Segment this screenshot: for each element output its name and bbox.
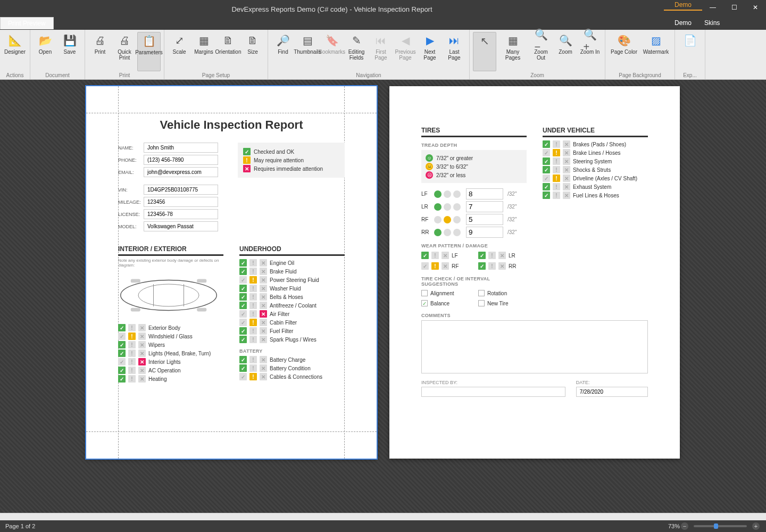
quick-print-icon: 🖨 — [118, 34, 131, 47]
scale-icon: ⤢ — [173, 34, 186, 47]
first-page-icon: ⏮ — [374, 34, 387, 47]
zoom-in-icon: 🔍+ — [584, 34, 596, 47]
previous-page-icon: ◀ — [399, 34, 412, 47]
nav-tab-demo[interactable]: Demo — [675, 19, 692, 27]
thumbnails-button[interactable]: ▤Thumbnails — [296, 32, 319, 71]
minimize-button[interactable]: — — [702, 0, 723, 15]
bookmarks-icon: 🔖 — [326, 34, 338, 47]
many-pages-button[interactable]: ▦Many Pages — [497, 32, 528, 71]
zoom-out-icon: 🔍− — [535, 34, 547, 47]
ribbon: 📐DesignerActions📂Open💾SaveDocument🖨Print… — [0, 30, 766, 80]
zoom-out-button[interactable]: 🔍−Zoom Out — [529, 32, 553, 71]
next-page-icon: ▶ — [423, 34, 436, 47]
first-page-button: ⏮First Page — [369, 32, 393, 71]
size-button[interactable]: 🗎Size — [241, 32, 264, 71]
zoom-icon: 🔍 — [559, 34, 572, 47]
parameters-button[interactable]: 📋Parameters — [137, 32, 161, 71]
thumbnails-icon: ▤ — [301, 34, 314, 47]
orientation-icon: 🗎 — [222, 34, 235, 47]
demo-tab[interactable]: Demo — [664, 0, 702, 11]
designer-icon: 📐 — [9, 34, 21, 47]
export-button[interactable]: 📄 — [678, 32, 702, 71]
many-pages-icon: ▦ — [506, 34, 519, 47]
last-page-icon: ⏭ — [448, 34, 461, 47]
find-icon: 🔎 — [277, 34, 289, 47]
zoom-button[interactable]: 🔍Zoom — [554, 32, 577, 71]
window-title: DevExpress Reports Demo (C# code) - Vehi… — [231, 5, 432, 13]
next-page-button[interactable]: ▶Next Page — [418, 32, 442, 71]
maximize-button[interactable]: ☐ — [723, 0, 745, 15]
print-button[interactable]: 🖨Print — [88, 32, 112, 71]
scale-button[interactable]: ⤢Scale — [168, 32, 191, 71]
tab-print-preview[interactable]: Print Preview — [0, 17, 54, 29]
nav-tab-skins[interactable]: Skins — [704, 19, 720, 27]
editing-fields-icon: ✎ — [350, 34, 363, 47]
margins-icon: ▦ — [197, 34, 210, 47]
open-icon: 📂 — [39, 34, 52, 47]
save-button[interactable]: 💾Save — [58, 32, 81, 71]
pointer-icon: ↖ — [478, 35, 491, 47]
titlebar: DevExpress Reports Demo (C# code) - Vehi… — [0, 0, 766, 30]
margins-button[interactable]: ▦Margins — [192, 32, 215, 71]
quick-print-button[interactable]: 🖨Quick Print — [113, 32, 136, 71]
export-icon: 📄 — [684, 34, 696, 47]
page-color-button[interactable]: 🎨Page Color — [609, 32, 639, 71]
last-page-button[interactable]: ⏭Last Page — [443, 32, 466, 71]
size-icon: 🗎 — [246, 34, 259, 47]
print-icon: 🖨 — [94, 34, 106, 47]
open-button[interactable]: 📂Open — [34, 32, 57, 71]
watermark-button[interactable]: ▨Watermark — [640, 32, 671, 71]
bookmarks-button: 🔖Bookmarks — [320, 32, 344, 71]
zoom-in-button[interactable]: 🔍+Zoom In — [578, 32, 602, 71]
orientation-button[interactable]: 🗎Orientation — [217, 32, 240, 71]
editing-fields-button[interactable]: ✎Editing Fields — [345, 32, 368, 71]
designer-button[interactable]: 📐Designer — [3, 32, 27, 71]
close-button[interactable]: ✕ — [745, 0, 766, 15]
previous-page-button: ◀Previous Page — [394, 32, 417, 71]
pointer-button[interactable]: ↖ — [473, 32, 496, 71]
find-button[interactable]: 🔎Find — [271, 32, 295, 71]
parameters-icon: 📋 — [143, 35, 155, 47]
save-icon: 💾 — [63, 34, 76, 47]
page-color-icon: 🎨 — [618, 34, 630, 47]
watermark-icon: ▨ — [650, 34, 662, 47]
